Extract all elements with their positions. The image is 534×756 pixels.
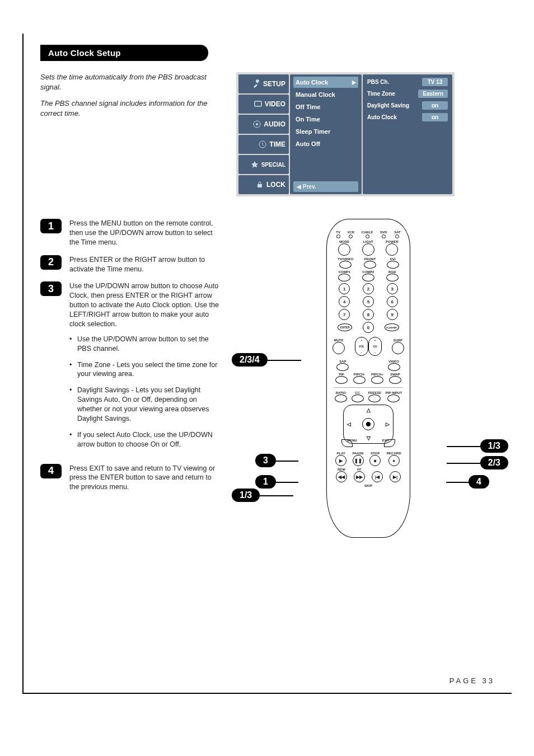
pip-button xyxy=(335,376,348,384)
num-button: 2 xyxy=(363,283,374,294)
step-4: 4 Press EXIT to save and return to TV vi… xyxy=(40,464,219,492)
lock-icon xyxy=(255,180,264,189)
pipch-plus-button xyxy=(371,376,383,384)
remote-diagram: TV VCR CABLE DVD SAT MODE LIGHT POWER TV… xyxy=(242,219,495,538)
page-number: PAGE 33 xyxy=(449,677,495,685)
led-label: CABLE xyxy=(362,231,373,234)
section-title: Auto Clock Setup xyxy=(40,45,208,61)
record-button: ● xyxy=(388,455,400,466)
remote-control: TV VCR CABLE DVD SAT MODE LIGHT POWER TV… xyxy=(326,219,410,538)
callout-dpad-right: 2/3 xyxy=(480,456,508,469)
ch-rocker: +CH− xyxy=(368,337,382,356)
callout-enter: 2/3/4 xyxy=(232,353,268,367)
osd-tab-label: SETUP xyxy=(263,80,285,88)
osd-row: Daylight Saving on xyxy=(367,101,448,110)
dpad-center-icon xyxy=(362,418,374,430)
svg-rect-4 xyxy=(257,184,262,187)
tvvideo-button xyxy=(339,261,352,269)
osd-item: Off Time xyxy=(293,101,358,112)
step-3: 3 Use the UP/DOWN arrow button to choose… xyxy=(40,281,219,456)
intro-text: Sets the time automatically from the PBS… xyxy=(40,72,219,125)
pipch-minus-button xyxy=(353,376,366,384)
callout-exit: 4 xyxy=(469,475,489,489)
bullet: If you select Auto Clock, use the UP/DOW… xyxy=(69,430,219,449)
rocker-label: VOL xyxy=(359,345,364,348)
step-text: Press ENTER or the RIGHT arrow button to… xyxy=(69,255,219,274)
skip-back-button: |◀ xyxy=(372,471,383,482)
osd-item: Sleep Timer xyxy=(293,126,358,137)
freeze-button xyxy=(368,395,381,402)
bullet: Time Zone - Lets you select the time zon… xyxy=(69,360,219,379)
cc-button xyxy=(352,395,364,402)
osd-tab-setup: SETUP xyxy=(238,74,289,93)
osd-row-label: Time Zone xyxy=(367,91,395,97)
bullet: Daylight Savings - Lets you set Daylight… xyxy=(69,386,219,424)
dpad-down-icon: ▽ xyxy=(367,435,371,441)
swap-button xyxy=(389,376,401,384)
led-icon xyxy=(336,234,340,238)
skip-fwd-button: ▶| xyxy=(390,471,401,482)
mode-button xyxy=(338,243,350,256)
dpad-left-icon: ◁ xyxy=(347,421,351,427)
step-text-body: Use the UP/DOWN arrow button to choose A… xyxy=(69,282,219,328)
osd-item: Manual Clock xyxy=(293,89,358,100)
pipinput-button xyxy=(387,395,400,402)
pause-button: ❚❚ xyxy=(353,455,364,466)
star-icon xyxy=(250,160,259,169)
step-text: Use the UP/DOWN arrow button to choose A… xyxy=(69,281,219,456)
osd-row-value: on xyxy=(422,113,448,121)
ff-button: ▶▶ xyxy=(354,471,365,482)
rgb-button xyxy=(386,274,399,281)
step-2: 2 Press ENTER or the RIGHT arrow button … xyxy=(40,255,219,274)
osd-row: Time Zone Eastern xyxy=(367,90,448,98)
osd-tab-label: AUDIO xyxy=(264,120,285,128)
osd-tab-label: SPECIAL xyxy=(261,162,285,168)
osd-tab-audio: AUDIO xyxy=(238,115,289,134)
enter-button: ENTER xyxy=(338,323,352,331)
dpad: △ ▽ ◁ ▷ MENU EXIT xyxy=(343,405,394,444)
ratio-button xyxy=(335,395,347,402)
osd-submenu: Auto Clock Manual Clock Off Time On Time… xyxy=(290,74,362,194)
clock-icon xyxy=(258,140,267,149)
speaker-icon xyxy=(252,120,261,129)
callout-menu: 1 xyxy=(255,475,276,489)
dpad-up-icon: △ xyxy=(367,407,371,413)
dvi-button xyxy=(387,261,399,269)
num-button: 9 xyxy=(387,309,398,320)
step-text: Press EXIT to save and return to TV view… xyxy=(69,464,219,492)
skip-label: SKIP xyxy=(364,484,372,487)
osd-prev: ◀ Prev. xyxy=(293,181,358,192)
osd-row-value: on xyxy=(422,101,448,110)
osd-row-label: Auto Clock xyxy=(367,114,397,120)
osd-tab-special: SPECIAL xyxy=(238,155,289,174)
wrench-icon xyxy=(252,79,261,88)
light-button xyxy=(362,243,374,256)
led-label: SAT xyxy=(394,231,401,234)
svg-rect-0 xyxy=(255,101,261,106)
num-button: 7 xyxy=(339,309,350,320)
osd-row-label: PBS Ch. xyxy=(367,79,389,85)
step-number: 1 xyxy=(40,219,62,233)
step-text: Press the MENU button on the remote cont… xyxy=(69,219,219,247)
num-button: 5 xyxy=(363,296,374,307)
exit-button xyxy=(384,439,395,447)
num-button: 8 xyxy=(363,309,374,320)
callout-dpad-bl: 1/3 xyxy=(232,489,260,502)
osd-panel: PBS Ch. TV 13 Time Zone Eastern Daylight… xyxy=(363,74,452,194)
num-button: 4 xyxy=(339,296,350,307)
osd-tab-label: LOCK xyxy=(266,181,285,189)
osd-row-value: TV 13 xyxy=(422,78,448,86)
osd-tab-time: TIME xyxy=(238,135,289,154)
step-bullets: Use the UP/DOWN arrow button to set the … xyxy=(69,335,219,449)
osd-tab-lock: LOCK xyxy=(238,175,289,194)
monitor-icon xyxy=(254,100,263,109)
led-icon xyxy=(349,234,353,238)
osd-tab-video: VIDEO xyxy=(238,95,289,114)
page: Auto Clock Setup Sets the time automatic… xyxy=(22,34,512,694)
led-label: VCR xyxy=(347,231,354,234)
num-button: 0 xyxy=(363,322,374,333)
intro-p2: The PBS channel signal includes informat… xyxy=(40,98,219,118)
num-button: 3 xyxy=(387,283,398,294)
steps-list: 1 Press the MENU button on the remote co… xyxy=(40,219,219,500)
sap-button xyxy=(336,363,349,371)
